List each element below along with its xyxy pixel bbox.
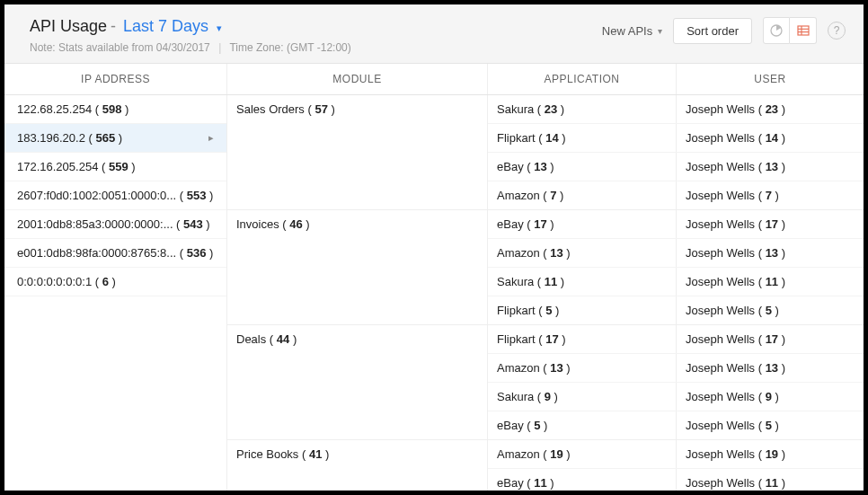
data-row: Sakura ( 23 )Joseph Wells ( 23 ) — [488, 95, 864, 124]
ip-item-label: e001:0db8:98fa:0000:8765:8... ( 536 ) — [17, 246, 213, 260]
user-cell[interactable]: Joseph Wells ( 9 ) — [677, 383, 864, 411]
module-block: Price Books ( 41 )Amazon ( 19 )Joseph We… — [227, 440, 864, 491]
user-cell[interactable]: Joseph Wells ( 23 ) — [677, 95, 864, 123]
application-cell[interactable]: Amazon ( 13 ) — [488, 239, 677, 267]
data-row: Amazon ( 7 )Joseph Wells ( 7 ) — [488, 181, 864, 209]
module-cell[interactable]: Deals ( 44 ) — [227, 325, 488, 439]
period-selector[interactable]: Last 7 Days ▾ — [123, 17, 222, 36]
user-cell[interactable]: Joseph Wells ( 11 ) — [677, 268, 864, 296]
top-bar: API Usage - Last 7 Days ▾ Note: Stats av… — [4, 4, 864, 64]
pie-chart-icon — [769, 23, 784, 38]
application-cell[interactable]: Amazon ( 7 ) — [488, 181, 677, 209]
ip-item-label: 0:0:0:0:0:0:0:1 ( 6 ) — [17, 275, 116, 288]
application-cell[interactable]: Sakura ( 23 ) — [488, 95, 677, 123]
data-row: Amazon ( 19 )Joseph Wells ( 19 ) — [488, 440, 864, 469]
user-cell[interactable]: Joseph Wells ( 19 ) — [677, 440, 864, 468]
ip-list-item[interactable]: 2001:0db8:85a3:0000:0000:... ( 543 ) — [4, 210, 226, 239]
user-cell[interactable]: Joseph Wells ( 17 ) — [677, 210, 864, 238]
data-row: Flipkart ( 14 )Joseph Wells ( 14 ) — [488, 124, 864, 153]
chevron-down-icon: ▾ — [658, 26, 662, 36]
ip-item-label: 122.68.25.254 ( 598 ) — [17, 102, 128, 116]
period-label: Last 7 Days — [123, 17, 208, 35]
ip-list-item[interactable]: 0:0:0:0:0:0:0:1 ( 6 ) — [4, 268, 226, 296]
data-row: eBay ( 13 )Joseph Wells ( 13 ) — [488, 153, 864, 181]
data-row: Sakura ( 11 )Joseph Wells ( 11 ) — [488, 268, 864, 296]
data-row: eBay ( 17 )Joseph Wells ( 17 ) — [488, 210, 864, 239]
module-block: Sales Orders ( 57 )Sakura ( 23 )Joseph W… — [227, 95, 864, 210]
module-block: Invoices ( 46 )eBay ( 17 )Joseph Wells (… — [227, 210, 864, 325]
ip-item-label: 2001:0db8:85a3:0000:0000:... ( 543 ) — [17, 217, 210, 231]
application-cell[interactable]: eBay ( 5 ) — [488, 411, 677, 439]
module-cell[interactable]: Price Books ( 41 ) — [227, 440, 488, 491]
user-cell[interactable]: Joseph Wells ( 17 ) — [677, 325, 864, 353]
new-apis-dropdown[interactable]: New APIs ▾ — [602, 24, 662, 38]
note-separator: | — [218, 41, 221, 54]
help-button[interactable]: ? — [828, 22, 846, 40]
data-row: Flipkart ( 17 )Joseph Wells ( 17 ) — [488, 325, 864, 354]
data-row: Flipkart ( 5 )Joseph Wells ( 5 ) — [488, 296, 864, 324]
module-block: Deals ( 44 )Flipkart ( 17 )Joseph Wells … — [227, 325, 864, 440]
application-cell[interactable]: Amazon ( 13 ) — [488, 354, 677, 382]
user-cell[interactable]: Joseph Wells ( 13 ) — [677, 239, 864, 267]
ip-item-label: 2607:f0d0:1002:0051:0000:0... ( 553 ) — [17, 189, 213, 202]
chevron-down-icon: ▾ — [217, 22, 222, 33]
application-cell[interactable]: Flipkart ( 5 ) — [488, 296, 677, 324]
chevron-right-icon: ▸ — [208, 132, 214, 144]
ip-list-item[interactable]: 2607:f0d0:1002:0051:0000:0... ( 553 ) — [4, 181, 226, 210]
application-cell[interactable]: Amazon ( 19 ) — [488, 440, 677, 468]
chart-view-button[interactable] — [763, 17, 790, 44]
application-cell[interactable]: Sakura ( 9 ) — [488, 383, 677, 411]
application-cell[interactable]: eBay ( 13 ) — [488, 153, 677, 181]
sort-order-button[interactable]: Sort order — [673, 18, 752, 44]
help-icon: ? — [834, 24, 840, 37]
note-row: Note: Stats available from 04/30/2017 | … — [30, 41, 351, 54]
ip-item-label: 172.16.205.254 ( 559 ) — [17, 160, 136, 173]
page-title: API Usage — [30, 17, 107, 36]
user-cell[interactable]: Joseph Wells ( 5 ) — [677, 296, 864, 324]
col-head-module: MODULE — [227, 64, 488, 94]
module-cell[interactable]: Invoices ( 46 ) — [227, 210, 488, 324]
title-dash: - — [111, 17, 116, 36]
module-cell[interactable]: Sales Orders ( 57 ) — [227, 95, 488, 209]
new-apis-label: New APIs — [602, 24, 652, 38]
application-cell[interactable]: Flipkart ( 14 ) — [488, 124, 677, 152]
ip-list-item[interactable]: 183.196.20.2 ( 565 )▸ — [4, 124, 226, 153]
application-cell[interactable]: eBay ( 17 ) — [488, 210, 677, 238]
table-view-button[interactable] — [790, 17, 817, 44]
column-headers: IP ADDRESS MODULE APPLICATION USER — [4, 64, 864, 95]
ip-address-list: 122.68.25.254 ( 598 )183.196.20.2 ( 565 … — [4, 95, 227, 491]
ip-list-item[interactable]: 172.16.205.254 ( 559 ) — [4, 153, 226, 181]
user-cell[interactable]: Joseph Wells ( 13 ) — [677, 354, 864, 382]
table-icon — [796, 23, 810, 38]
data-row: Sakura ( 9 )Joseph Wells ( 9 ) — [488, 383, 864, 411]
user-cell[interactable]: Joseph Wells ( 5 ) — [677, 411, 864, 439]
data-row: eBay ( 11 )Joseph Wells ( 11 ) — [488, 469, 864, 491]
ip-item-label: 183.196.20.2 ( 565 ) — [17, 131, 122, 145]
application-cell[interactable]: Flipkart ( 17 ) — [488, 325, 677, 353]
data-row: Amazon ( 13 )Joseph Wells ( 13 ) — [488, 239, 864, 268]
user-cell[interactable]: Joseph Wells ( 14 ) — [677, 124, 864, 152]
user-cell[interactable]: Joseph Wells ( 13 ) — [677, 153, 864, 181]
detail-grid: Sales Orders ( 57 )Sakura ( 23 )Joseph W… — [227, 95, 864, 491]
page-title-row: API Usage - Last 7 Days ▾ — [30, 17, 351, 36]
timezone-note: Time Zone: (GMT -12:00) — [229, 41, 350, 54]
application-cell[interactable]: Sakura ( 11 ) — [488, 268, 677, 296]
ip-list-item[interactable]: e001:0db8:98fa:0000:8765:8... ( 536 ) — [4, 239, 226, 268]
col-head-application: APPLICATION — [488, 64, 677, 94]
ip-list-item[interactable]: 122.68.25.254 ( 598 ) — [4, 95, 226, 124]
user-cell[interactable]: Joseph Wells ( 11 ) — [677, 469, 864, 491]
stats-note: Note: Stats available from 04/30/2017 — [30, 41, 210, 54]
col-head-ip: IP ADDRESS — [4, 64, 227, 94]
data-row: eBay ( 5 )Joseph Wells ( 5 ) — [488, 411, 864, 439]
col-head-user: USER — [677, 64, 864, 94]
svg-rect-1 — [798, 26, 809, 35]
data-row: Amazon ( 13 )Joseph Wells ( 13 ) — [488, 354, 864, 383]
application-cell[interactable]: eBay ( 11 ) — [488, 469, 677, 491]
user-cell[interactable]: Joseph Wells ( 7 ) — [677, 181, 864, 209]
